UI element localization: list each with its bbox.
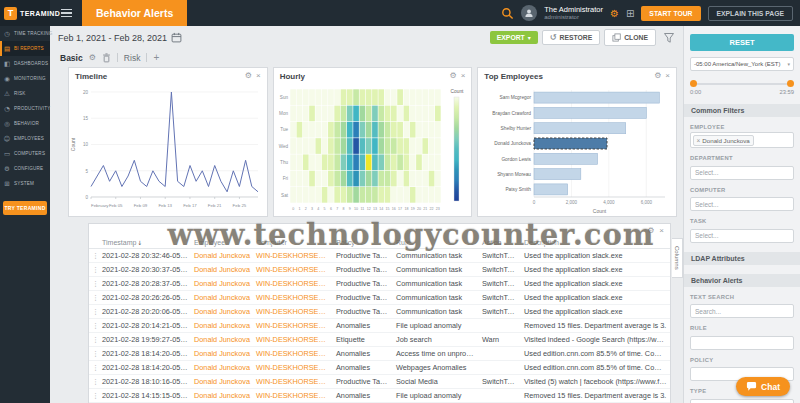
col-timestamp[interactable]: Timestamp↓ <box>99 237 191 249</box>
cell-computer-link[interactable]: WIN-DESKHORSEPER <box>253 263 333 277</box>
rule-select[interactable] <box>690 336 794 350</box>
cell-employee-link[interactable]: Donald Junckova <box>191 291 253 305</box>
table-row[interactable]: ⋮2021-02-28 20:14:21-05:00Donald Junckov… <box>89 319 670 333</box>
row-menu-icon[interactable]: ⋮ <box>89 389 99 403</box>
export-button[interactable]: EXPORT▾ <box>490 31 538 44</box>
filter-icon[interactable] <box>663 32 675 44</box>
timeline-chart[interactable]: 05101520FebruaryFeb 05Feb 09Feb 13Feb 17… <box>69 84 266 215</box>
clone-button[interactable]: CLONE <box>604 29 656 46</box>
panel-settings-icon[interactable]: ⚙ <box>654 72 661 80</box>
apps-grid-icon[interactable]: ⊞ <box>626 8 634 19</box>
tab-risk[interactable]: Risk <box>124 53 141 63</box>
cell-computer-link[interactable]: WIN-DESKHORSEPER <box>253 389 333 403</box>
tab-delete-icon[interactable] <box>102 53 111 63</box>
cell-computer-link[interactable]: WIN-DESKHORSEPER <box>253 347 333 361</box>
computer-select[interactable] <box>690 197 794 211</box>
employee-filter[interactable]: ×Donald Junckova <box>690 132 794 148</box>
row-menu-icon[interactable]: ⋮ <box>89 263 99 277</box>
add-tab-button[interactable]: + <box>153 52 159 63</box>
table-row[interactable]: ⋮2021-02-28 20:20:06-05:00Donald Junckov… <box>89 305 670 319</box>
teramind-logo[interactable]: T TERAMIND <box>0 0 50 26</box>
cell-computer-link[interactable]: WIN-DESKHORSEPER <box>253 277 333 291</box>
table-row[interactable]: ⋮2021-02-28 18:14:20-05:00Donald Junckov… <box>89 361 670 375</box>
cell-employee-link[interactable]: Donald Junckova <box>191 277 253 291</box>
table-settings-icon[interactable]: ⚙ <box>647 227 654 235</box>
tab-settings-gear-icon[interactable]: ⚙ <box>89 53 96 62</box>
start-tour-button[interactable]: START TOUR <box>641 6 700 21</box>
timezone-select[interactable]: -05:00 America/New_York (EST) ▾ <box>690 57 794 71</box>
cell-employee-link[interactable]: Donald Junckova <box>191 333 253 347</box>
cell-employee-link[interactable]: Donald Junckova <box>191 305 253 319</box>
sidebar-item-bi-reports[interactable]: ▤BI REPORTS <box>0 41 50 56</box>
sidebar-item-time-tracking[interactable]: ◷TIME TRACKING <box>0 26 50 41</box>
row-menu-icon[interactable]: ⋮ <box>89 305 99 319</box>
col-employee[interactable]: Employee <box>191 237 253 249</box>
panel-settings-icon[interactable]: ⚙ <box>245 72 252 80</box>
sidebar-item-risk[interactable]: ⚠RISK <box>0 86 50 101</box>
col-computer[interactable]: Computer <box>253 237 333 249</box>
panel-close-icon[interactable]: × <box>461 72 466 80</box>
table-row[interactable]: ⋮2021-02-28 20:28:37-05:00Donald Junckov… <box>89 277 670 291</box>
restore-button[interactable]: ↺RESTORE <box>542 30 600 45</box>
task-select[interactable] <box>690 229 794 243</box>
cell-computer-link[interactable]: WIN-DESKHORSEPER <box>253 249 333 263</box>
sidebar-item-monitoring[interactable]: ◉MONITORING <box>0 71 50 86</box>
time-range-slider[interactable] <box>690 80 794 87</box>
row-menu-icon[interactable]: ⋮ <box>89 277 99 291</box>
columns-tab[interactable]: Columns <box>672 238 683 278</box>
cell-employee-link[interactable]: Donald Junckova <box>191 263 253 277</box>
calendar-icon[interactable] <box>171 32 182 43</box>
sidebar-item-computers[interactable]: ▭COMPUTERS <box>0 146 50 161</box>
row-menu-icon[interactable]: ⋮ <box>89 347 99 361</box>
remove-chip-icon[interactable]: × <box>697 137 701 144</box>
table-row[interactable]: ⋮2021-02-28 19:59:27-05:00Donald Junckov… <box>89 333 670 347</box>
cell-computer-link[interactable]: WIN-DESKHORSEPER <box>253 333 333 347</box>
avatar[interactable] <box>521 5 537 21</box>
chat-button[interactable]: Chat <box>736 377 790 396</box>
cell-employee-link[interactable]: Donald Junckova <box>191 361 253 375</box>
cell-computer-link[interactable]: WIN-DESKHORSEPER <box>253 375 333 389</box>
type-select[interactable] <box>690 399 794 403</box>
sidebar-item-employees[interactable]: ☺EMPLOYEES <box>0 131 50 146</box>
cell-employee-link[interactable]: Donald Junckova <box>191 347 253 361</box>
slider-handle-start[interactable] <box>690 80 697 87</box>
top-employees-chart[interactable]: 02,0004,0006,000Sam McgregorBraydan Craw… <box>478 84 675 215</box>
row-menu-icon[interactable]: ⋮ <box>89 249 99 263</box>
table-row[interactable]: ⋮2021-02-28 18:14:20-05:00Donald Junckov… <box>89 347 670 361</box>
text-search-input[interactable] <box>690 304 794 318</box>
panel-close-icon[interactable]: × <box>256 72 261 80</box>
row-menu-icon[interactable]: ⋮ <box>89 361 99 375</box>
hourly-heatmap[interactable]: SunMonTueWedThuFriSat0123456789101112131… <box>274 84 471 215</box>
cell-computer-link[interactable]: WIN-DESKHORSEPER <box>253 305 333 319</box>
settings-gear-icon[interactable]: ⚙ <box>610 8 619 19</box>
cell-computer-link[interactable]: WIN-DESKHORSEPER <box>253 361 333 375</box>
row-menu-icon[interactable]: ⋮ <box>89 291 99 305</box>
sidebar-item-behavior[interactable]: ◎BEHAVIOR <box>0 116 50 131</box>
slider-handle-end[interactable] <box>787 80 794 87</box>
sidebar-item-dashboards[interactable]: ◧DASHBOARDS <box>0 56 50 71</box>
sidebar-item-system[interactable]: ⊞SYSTEM <box>0 176 50 191</box>
table-row[interactable]: ⋮2021-02-28 14:15:15-05:00Donald Junckov… <box>89 389 670 403</box>
col-description[interactable]: Description <box>521 237 670 249</box>
row-menu-icon[interactable]: ⋮ <box>89 375 99 389</box>
col-action[interactable]: Action <box>479 237 521 249</box>
cell-employee-link[interactable]: Donald Junckova <box>191 389 253 403</box>
section-behavior-alerts[interactable]: Behavior Alerts <box>684 274 800 287</box>
table-row[interactable]: ⋮2021-02-28 20:32:46-05:00Donald Junckov… <box>89 249 670 263</box>
col-rule[interactable]: Rule <box>393 237 479 249</box>
panel-close-icon[interactable]: × <box>665 72 670 80</box>
search-icon[interactable] <box>501 7 514 20</box>
table-close-icon[interactable]: × <box>659 227 664 235</box>
table-row[interactable]: ⋮2021-02-28 18:10:16-05:00Donald Junckov… <box>89 375 670 389</box>
row-menu-icon[interactable]: ⋮ <box>89 333 99 347</box>
cell-computer-link[interactable]: WIN-DESKHORSEPER <box>253 291 333 305</box>
date-range[interactable]: Feb 1, 2021 - Feb 28, 2021 <box>58 33 167 43</box>
explain-page-button[interactable]: EXPLAIN THIS PAGE <box>708 6 793 21</box>
department-select[interactable] <box>690 166 794 180</box>
cell-employee-link[interactable]: Donald Junckova <box>191 375 253 389</box>
table-row[interactable]: ⋮2021-02-28 20:30:37-05:00Donald Junckov… <box>89 263 670 277</box>
section-common-filters[interactable]: Common Filters <box>684 104 800 117</box>
tab-basic[interactable]: Basic <box>60 53 83 63</box>
col-policy[interactable]: Policy <box>333 237 393 249</box>
cell-employee-link[interactable]: Donald Junckova <box>191 319 253 333</box>
